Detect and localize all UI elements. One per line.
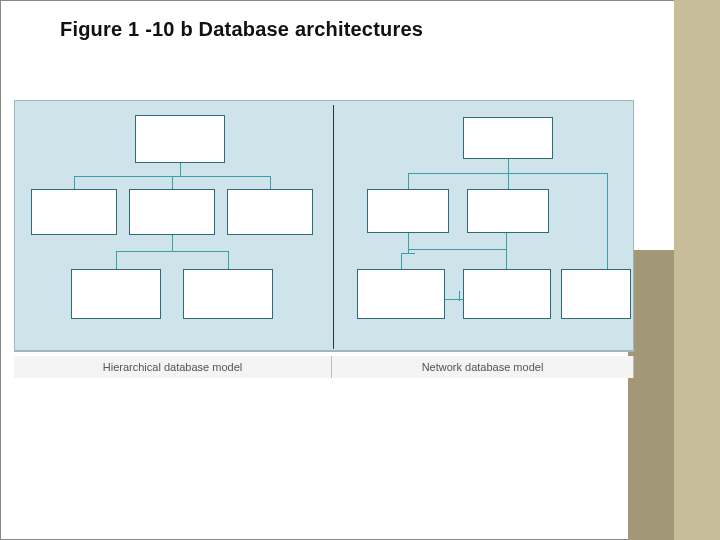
net-root-node <box>463 117 553 159</box>
panel-baseline <box>15 350 635 351</box>
hier-grandchild-2 <box>183 269 273 319</box>
hier-child-1 <box>31 189 117 235</box>
net-bottom-2 <box>463 269 551 319</box>
h-drop-c1 <box>74 176 75 189</box>
hier-grandchild-1 <box>71 269 161 319</box>
n-c1c2-bus <box>408 249 506 250</box>
n-right-long <box>607 173 608 269</box>
net-bottom-1 <box>357 269 445 319</box>
h-root-stem <box>180 163 181 176</box>
hier-root-node <box>135 115 225 163</box>
h-drop-g2 <box>228 251 229 269</box>
net-mid-1 <box>367 189 449 233</box>
n-c1-bus-a <box>401 253 415 254</box>
h-drop-c2 <box>172 176 173 189</box>
decor-stripe-outer <box>674 0 720 540</box>
n-cross-up <box>459 291 460 301</box>
net-bottom-3 <box>561 269 631 319</box>
caption-network: Network database model <box>332 356 634 378</box>
caption-row: Hierarchical database model Network data… <box>14 356 634 378</box>
diagram-panel <box>14 100 634 352</box>
net-mid-2 <box>467 189 549 233</box>
n-drop-c1 <box>408 173 409 189</box>
slide: Figure 1 -10 b Database architectures <box>0 0 720 540</box>
n-root-stem <box>508 159 509 173</box>
hier-child-2 <box>129 189 215 235</box>
h-c2-stem <box>172 235 173 251</box>
panel-divider <box>333 105 334 349</box>
decor-stripe-inner <box>628 250 674 540</box>
hier-child-3 <box>227 189 313 235</box>
figure-title: Figure 1 -10 b Database architectures <box>60 18 423 41</box>
h-drop-c3 <box>270 176 271 189</box>
n-drop-c2 <box>508 173 509 189</box>
h-c2-bus <box>116 251 228 252</box>
h-drop-g1 <box>116 251 117 269</box>
n-drop-g1 <box>401 253 402 269</box>
caption-hierarchical: Hierarchical database model <box>14 356 332 378</box>
n-c2-stem <box>506 233 507 269</box>
